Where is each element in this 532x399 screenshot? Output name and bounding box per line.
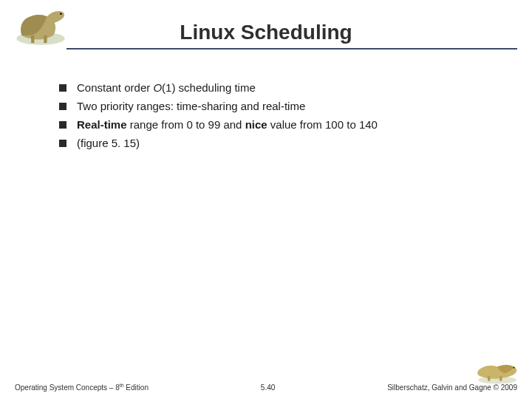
text-fragment: Constant order <box>77 81 153 94</box>
header: Linux Scheduling <box>0 0 532 59</box>
text-fragment-bold: nice <box>245 118 267 131</box>
footer-text: Operating System Concepts – 8 <box>15 383 120 392</box>
bullet-icon <box>59 103 66 110</box>
svg-point-3 <box>60 13 62 15</box>
dinosaur-left-icon <box>7 4 74 48</box>
bullet-item: Two priority ranges: time-sharing and re… <box>59 100 495 112</box>
slide-title: Linux Scheduling <box>0 0 532 44</box>
svg-point-7 <box>514 367 515 369</box>
text-fragment-italic: O <box>153 81 162 94</box>
bullet-item: Real-time range from 0 to 99 and nice va… <box>59 118 495 131</box>
dinosaur-right-icon <box>471 352 523 386</box>
svg-rect-2 <box>44 35 47 43</box>
bullet-text: Constant order O(1) scheduling time <box>77 81 256 94</box>
text-fragment: (figure 5. 15) <box>77 137 140 149</box>
text-fragment: value from 100 to 140 <box>267 118 378 131</box>
bullet-icon <box>59 140 66 147</box>
text-fragment-bold: Real-time <box>77 118 127 131</box>
footer-center: 5.40 <box>149 383 387 392</box>
title-underline <box>66 48 517 50</box>
svg-rect-5 <box>488 376 490 381</box>
bullet-text: Real-time range from 0 to 99 and nice va… <box>77 118 378 131</box>
bullet-text: Two priority ranges: time-sharing and re… <box>77 100 305 112</box>
bullet-icon <box>59 121 66 129</box>
bullet-item: Constant order O(1) scheduling time <box>59 81 495 94</box>
footer-text: Edition <box>124 383 149 392</box>
copyright-text: Silberschatz, Galvin and Gagne © 2009 <box>387 383 517 392</box>
svg-rect-1 <box>31 35 34 43</box>
slide: Linux Scheduling Constant order O(1) sch… <box>0 0 532 399</box>
svg-rect-6 <box>499 376 502 381</box>
bullet-text: (figure 5. 15) <box>77 137 140 149</box>
page-number: 5.40 <box>261 383 275 392</box>
footer-left: Operating System Concepts – 8th Edition <box>15 383 149 392</box>
text-fragment: range from 0 to 99 and <box>127 118 245 131</box>
content-area: Constant order O(1) scheduling time Two … <box>0 59 532 149</box>
footer: Operating System Concepts – 8th Edition … <box>0 383 532 392</box>
bullet-icon <box>59 84 66 92</box>
footer-right: Silberschatz, Galvin and Gagne © 2009 <box>387 383 517 392</box>
text-fragment: (1) scheduling time <box>162 81 256 94</box>
text-fragment: Two priority ranges: time-sharing and re… <box>77 100 305 112</box>
bullet-item: (figure 5. 15) <box>59 137 495 149</box>
